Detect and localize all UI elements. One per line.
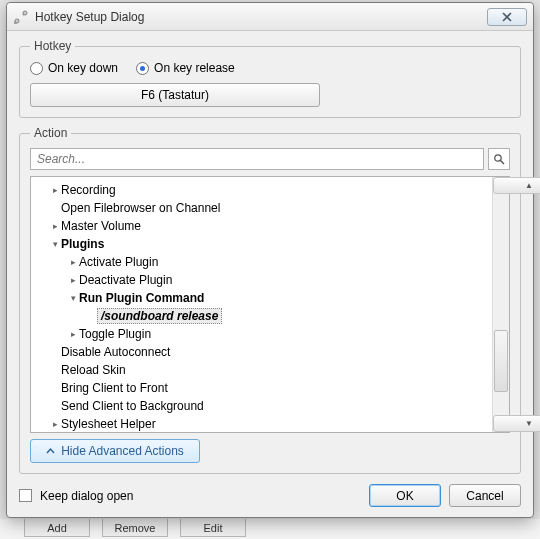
hide-advanced-label: Hide Advanced Actions [61,444,184,458]
chevron-right-icon: ▸ [49,221,61,231]
svg-point-2 [495,155,501,161]
hotkey-group: Hotkey On key down On key release F6 (Ta… [19,39,521,118]
tree-label: Bring Client to Front [61,381,168,395]
chevron-down-icon: ▾ [49,239,61,249]
bg-remove-button[interactable]: Remove [102,519,168,537]
scroll-up-button[interactable]: ▲ [493,177,540,194]
tree-row[interactable]: ▸Recording [31,181,509,199]
hotkey-legend: Hotkey [30,39,75,53]
svg-point-0 [23,11,27,15]
tree-row[interactable]: ▸Toggle Plugin [31,325,509,343]
tree-label: Send Client to Background [61,399,204,413]
app-icon [13,9,29,25]
chevron-right-icon: ▸ [67,329,79,339]
hotkey-binding-label: F6 (Tastatur) [141,88,209,102]
tree-label: Deactivate Plugin [79,273,172,287]
svg-point-1 [15,19,19,23]
hotkey-dialog: Hotkey Setup Dialog Hotkey On key down O… [6,2,534,518]
tree-row[interactable]: ▸Reload Skin [31,361,509,379]
tree-label: Reload Skin [61,363,126,377]
scroll-thumb[interactable] [494,330,508,392]
chevron-right-icon: ▸ [67,257,79,267]
tree-row[interactable]: ▾Run Plugin Command [31,289,509,307]
close-button[interactable] [487,8,527,26]
tree-row[interactable]: ▸Bring Client to Front [31,379,509,397]
tree-row[interactable]: ▸Activate Plugin [31,253,509,271]
chevron-down-icon: ▾ [67,293,79,303]
tree-label: Activate Plugin [79,255,158,269]
tree-row[interactable]: ▸Deactivate Plugin [31,271,509,289]
hotkey-binding-button[interactable]: F6 (Tastatur) [30,83,320,107]
tree-label: Master Volume [61,219,141,233]
scroll-down-button[interactable]: ▼ [493,415,540,432]
tree-label: Toggle Plugin [79,327,151,341]
chevron-right-icon: ▸ [67,275,79,285]
dialog-content: Hotkey On key down On key release F6 (Ta… [7,31,533,484]
radio-icon [136,62,149,75]
tree-label: /soundboard release [97,308,222,324]
tree-label: Stylesheet Helper [61,417,156,431]
tree-row[interactable]: ▸/soundboard release [31,307,509,325]
tree-label: Disable Autoconnect [61,345,170,359]
dialog-title: Hotkey Setup Dialog [35,10,487,24]
tree-row[interactable]: ▾Plugins [31,235,509,253]
action-legend: Action [30,126,71,140]
radio-label: On key release [154,61,235,75]
tree-label: Open Filebrowser on Channel [61,201,220,215]
background-toolbar: Add Remove Edit [0,519,540,539]
radio-icon [30,62,43,75]
tree-row[interactable]: ▸Send Client to Background [31,397,509,415]
cancel-button[interactable]: Cancel [449,484,521,507]
tree-row[interactable]: ▸Open Filebrowser on Channel [31,199,509,217]
titlebar: Hotkey Setup Dialog [7,3,533,31]
tree-label: Recording [61,183,116,197]
hotkey-trigger-row: On key down On key release [30,61,510,75]
radio-on-key-down[interactable]: On key down [30,61,118,75]
scrollbar[interactable]: ▲ ▼ [492,177,509,432]
tree-label: Run Plugin Command [79,291,204,305]
action-tree[interactable]: ▸Recording▸Open Filebrowser on Channel▸M… [30,176,510,433]
keep-open-checkbox[interactable] [19,489,32,502]
action-group: Action ▸Recording▸Open Filebrowser on Ch… [19,126,521,474]
search-row [30,148,510,170]
magnify-icon [493,153,505,165]
chevron-right-icon: ▸ [49,419,61,429]
radio-on-key-release[interactable]: On key release [136,61,235,75]
close-icon [502,12,512,22]
tree-row[interactable]: ▸Stylesheet Helper [31,415,509,433]
hide-advanced-button[interactable]: Hide Advanced Actions [30,439,200,463]
tree-label: Plugins [61,237,104,251]
ok-button[interactable]: OK [369,484,441,507]
svg-line-3 [501,161,505,165]
search-button[interactable] [488,148,510,170]
tree-row[interactable]: ▸Master Volume [31,217,509,235]
tree-row[interactable]: ▸Disable Autoconnect [31,343,509,361]
chevron-up-icon [46,447,55,456]
action-tree-wrap: ▸Recording▸Open Filebrowser on Channel▸M… [30,176,510,433]
keep-open-label: Keep dialog open [40,489,133,503]
bg-edit-button[interactable]: Edit [180,519,246,537]
chevron-right-icon: ▸ [49,185,61,195]
bg-add-button[interactable]: Add [24,519,90,537]
radio-label: On key down [48,61,118,75]
search-input[interactable] [30,148,484,170]
dialog-footer: Keep dialog open OK Cancel [7,484,533,517]
